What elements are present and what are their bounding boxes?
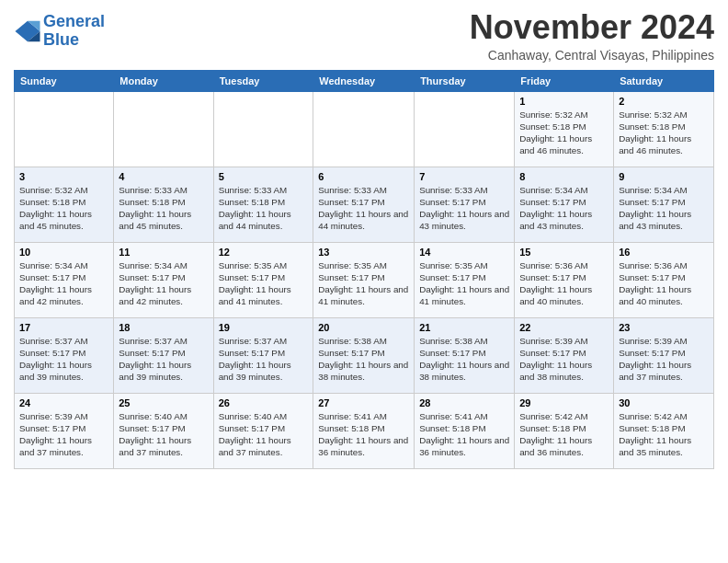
week-row-0: 1Sunrise: 5:32 AMSunset: 5:18 PMDaylight… [15,91,714,167]
cell-w1-d1: 4Sunrise: 5:33 AMSunset: 5:18 PMDaylight… [114,167,213,242]
col-header-thursday: Thursday [415,70,515,91]
day-info: Sunrise: 5:34 AMSunset: 5:17 PMDaylight:… [119,259,208,308]
day-info: Sunrise: 5:39 AMSunset: 5:17 PMDaylight:… [19,410,108,459]
cell-w2-d1: 11Sunrise: 5:34 AMSunset: 5:17 PMDayligh… [114,242,213,317]
day-number: 8 [519,171,609,182]
day-info: Sunrise: 5:34 AMSunset: 5:17 PMDaylight:… [619,184,709,233]
day-info: Sunrise: 5:39 AMSunset: 5:17 PMDaylight:… [519,335,609,384]
day-info: Sunrise: 5:34 AMSunset: 5:17 PMDaylight:… [19,259,108,308]
day-info: Sunrise: 5:35 AMSunset: 5:17 PMDaylight:… [219,259,309,308]
week-row-4: 24Sunrise: 5:39 AMSunset: 5:17 PMDayligh… [15,393,714,468]
day-info: Sunrise: 5:38 AMSunset: 5:17 PMDaylight:… [318,335,409,384]
cell-w4-d0: 24Sunrise: 5:39 AMSunset: 5:17 PMDayligh… [15,393,114,468]
week-row-1: 3Sunrise: 5:32 AMSunset: 5:18 PMDaylight… [15,167,714,242]
logo-line2: Blue [43,30,79,49]
header: General Blue November 2024 Canhaway, Cen… [14,9,714,63]
day-number: 18 [119,322,208,333]
day-info: Sunrise: 5:33 AMSunset: 5:18 PMDaylight:… [119,184,208,233]
day-number: 5 [219,171,309,182]
day-number: 29 [519,397,609,408]
day-number: 24 [19,397,108,408]
day-info: Sunrise: 5:33 AMSunset: 5:18 PMDaylight:… [219,184,309,233]
day-number: 20 [318,322,409,333]
day-info: Sunrise: 5:37 AMSunset: 5:17 PMDaylight:… [19,335,108,384]
page: General Blue November 2024 Canhaway, Cen… [0,0,728,563]
day-number: 19 [219,322,309,333]
day-info: Sunrise: 5:32 AMSunset: 5:18 PMDaylight:… [19,184,108,233]
cell-w4-d6: 30Sunrise: 5:42 AMSunset: 5:18 PMDayligh… [614,393,714,468]
day-number: 11 [119,247,208,258]
day-number: 2 [619,96,709,107]
cell-w3-d6: 23Sunrise: 5:39 AMSunset: 5:17 PMDayligh… [614,317,714,393]
cell-w2-d5: 15Sunrise: 5:36 AMSunset: 5:17 PMDayligh… [515,242,614,317]
day-info: Sunrise: 5:36 AMSunset: 5:17 PMDaylight:… [519,259,609,308]
cell-w1-d0: 3Sunrise: 5:32 AMSunset: 5:18 PMDaylight… [15,167,114,242]
cell-w1-d2: 5Sunrise: 5:33 AMSunset: 5:18 PMDaylight… [213,167,313,242]
col-header-friday: Friday [515,70,614,91]
day-number: 25 [119,397,208,408]
cell-w3-d2: 19Sunrise: 5:37 AMSunset: 5:17 PMDayligh… [213,317,313,393]
cell-w3-d1: 18Sunrise: 5:37 AMSunset: 5:17 PMDayligh… [114,317,213,393]
cell-w3-d3: 20Sunrise: 5:38 AMSunset: 5:17 PMDayligh… [313,317,415,393]
day-info: Sunrise: 5:37 AMSunset: 5:17 PMDaylight:… [219,335,309,384]
day-number: 10 [19,247,108,258]
calendar-table: SundayMondayTuesdayWednesdayThursdayFrid… [14,70,714,469]
cell-w4-d2: 26Sunrise: 5:40 AMSunset: 5:17 PMDayligh… [213,393,313,468]
day-number: 7 [419,171,509,182]
cell-w3-d0: 17Sunrise: 5:37 AMSunset: 5:17 PMDayligh… [15,317,114,393]
day-info: Sunrise: 5:38 AMSunset: 5:17 PMDaylight:… [419,335,509,384]
cell-w3-d4: 21Sunrise: 5:38 AMSunset: 5:17 PMDayligh… [415,317,515,393]
cell-w0-d2 [213,91,313,167]
day-number: 6 [318,171,409,182]
cell-w3-d5: 22Sunrise: 5:39 AMSunset: 5:17 PMDayligh… [515,317,614,393]
day-info: Sunrise: 5:35 AMSunset: 5:17 PMDaylight:… [419,259,509,308]
col-header-monday: Monday [114,70,213,91]
cell-w0-d0 [15,91,114,167]
cell-w2-d2: 12Sunrise: 5:35 AMSunset: 5:17 PMDayligh… [213,242,313,317]
week-row-3: 17Sunrise: 5:37 AMSunset: 5:17 PMDayligh… [15,317,714,393]
week-row-2: 10Sunrise: 5:34 AMSunset: 5:17 PMDayligh… [15,242,714,317]
day-number: 13 [318,247,409,258]
cell-w0-d3 [313,91,415,167]
logo-text: General Blue [43,13,105,50]
cell-w0-d1 [114,91,213,167]
cell-w1-d6: 9Sunrise: 5:34 AMSunset: 5:17 PMDaylight… [614,167,714,242]
cell-w0-d4 [415,91,515,167]
day-info: Sunrise: 5:42 AMSunset: 5:18 PMDaylight:… [619,410,709,459]
day-number: 16 [619,247,709,258]
day-number: 15 [519,247,609,258]
day-number: 22 [519,322,609,333]
title-section: November 2024 Canhaway, Central Visayas,… [470,9,714,63]
logo-line1: General [43,12,105,30]
day-number: 14 [419,247,509,258]
day-number: 3 [19,171,108,182]
cell-w2-d6: 16Sunrise: 5:36 AMSunset: 5:17 PMDayligh… [614,242,714,317]
col-header-wednesday: Wednesday [313,70,415,91]
day-info: Sunrise: 5:41 AMSunset: 5:18 PMDaylight:… [318,410,409,459]
logo-icon [14,17,41,45]
day-info: Sunrise: 5:40 AMSunset: 5:17 PMDaylight:… [119,410,208,459]
cell-w2-d4: 14Sunrise: 5:35 AMSunset: 5:17 PMDayligh… [415,242,515,317]
day-info: Sunrise: 5:33 AMSunset: 5:17 PMDaylight:… [419,184,509,233]
day-number: 21 [419,322,509,333]
cell-w4-d5: 29Sunrise: 5:42 AMSunset: 5:18 PMDayligh… [515,393,614,468]
day-number: 26 [219,397,309,408]
day-number: 4 [119,171,208,182]
day-info: Sunrise: 5:40 AMSunset: 5:17 PMDaylight:… [219,410,309,459]
day-info: Sunrise: 5:42 AMSunset: 5:18 PMDaylight:… [519,410,609,459]
col-header-sunday: Sunday [15,70,114,91]
day-info: Sunrise: 5:37 AMSunset: 5:17 PMDaylight:… [119,335,208,384]
cell-w1-d4: 7Sunrise: 5:33 AMSunset: 5:17 PMDaylight… [415,167,515,242]
day-number: 28 [419,397,509,408]
cell-w4-d1: 25Sunrise: 5:40 AMSunset: 5:17 PMDayligh… [114,393,213,468]
cell-w1-d3: 6Sunrise: 5:33 AMSunset: 5:17 PMDaylight… [313,167,415,242]
header-row: SundayMondayTuesdayWednesdayThursdayFrid… [15,70,714,91]
cell-w2-d3: 13Sunrise: 5:35 AMSunset: 5:17 PMDayligh… [313,242,415,317]
day-info: Sunrise: 5:35 AMSunset: 5:17 PMDaylight:… [318,259,409,308]
day-info: Sunrise: 5:34 AMSunset: 5:17 PMDaylight:… [519,184,609,233]
day-info: Sunrise: 5:39 AMSunset: 5:17 PMDaylight:… [619,335,709,384]
cell-w4-d4: 28Sunrise: 5:41 AMSunset: 5:18 PMDayligh… [415,393,515,468]
cell-w1-d5: 8Sunrise: 5:34 AMSunset: 5:17 PMDaylight… [515,167,614,242]
col-header-tuesday: Tuesday [213,70,313,91]
col-header-saturday: Saturday [614,70,714,91]
